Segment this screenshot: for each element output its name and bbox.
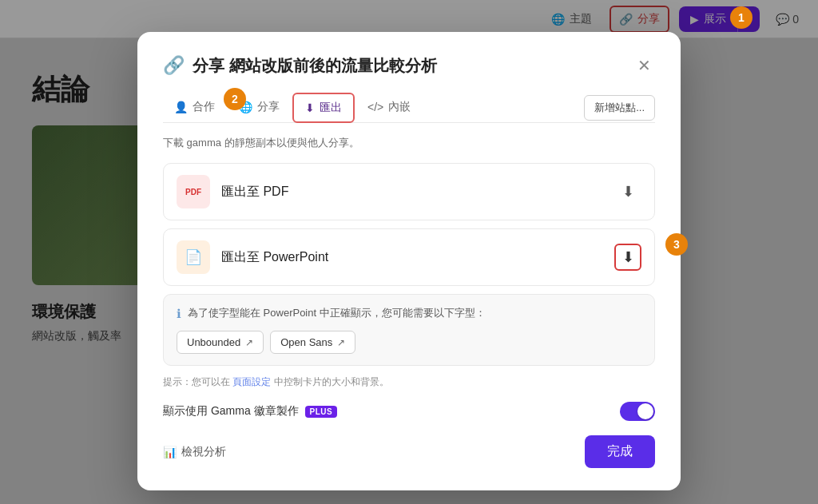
collaborate-icon: 👤 bbox=[174, 101, 188, 113]
font-info-text: 為了使字型能在 PowerPoint 中正確顯示，您可能需要以下字型： bbox=[188, 306, 486, 320]
tab-export[interactable]: ⬇ 匯出 bbox=[292, 93, 355, 123]
export-ppt-option[interactable]: 📄 匯出至 PowerPoint ⬇ bbox=[163, 228, 655, 286]
ppt-icon: 📄 bbox=[177, 240, 210, 274]
export-ppt-left: 📄 匯出至 PowerPoint bbox=[177, 240, 328, 274]
modal-footer: 📊 檢視分析 完成 bbox=[163, 435, 655, 468]
indicator-1: 1 bbox=[730, 6, 752, 29]
export-pdf-left: PDF 匯出至 PDF bbox=[177, 175, 288, 208]
indicator-1-label: 1 bbox=[738, 11, 745, 24]
gamma-badge-row: 顯示使用 Gamma 徽章製作 PLUS bbox=[163, 402, 655, 421]
modal-close-button[interactable]: ✕ bbox=[633, 54, 655, 77]
embed-icon: </> bbox=[367, 101, 383, 113]
add-site-button[interactable]: 新增站點... bbox=[584, 95, 655, 121]
modal-title-wrap: 🔗 分享 網站改版前後的流量比較分析 bbox=[163, 55, 437, 77]
external-link-icon-opensans: ↗ bbox=[337, 337, 345, 348]
gamma-badge-left: 顯示使用 Gamma 徽章製作 PLUS bbox=[163, 404, 337, 419]
analytics-icon: 📊 bbox=[163, 446, 177, 458]
analytics-label: 檢視分析 bbox=[181, 445, 226, 459]
toggle-knob bbox=[637, 403, 653, 419]
hint-text: 提示：您可以在 bbox=[163, 376, 230, 387]
export-icon: ⬇ bbox=[305, 101, 315, 114]
gamma-badge-toggle[interactable] bbox=[620, 402, 655, 421]
modal-header: 🔗 分享 網站改版前後的流量比較分析 ✕ bbox=[163, 54, 655, 77]
font-opensans-label: Open Sans bbox=[280, 336, 332, 348]
info-icon: ℹ bbox=[177, 307, 181, 321]
indicator-2: 2 bbox=[224, 88, 246, 110]
share-modal: 🔗 分享 網站改版前後的流量比較分析 ✕ 👤 合作 🌐 分享 ⬇ 匯出 </> … bbox=[137, 32, 681, 490]
font-info-header: ℹ 為了使字型能在 PowerPoint 中正確顯示，您可能需要以下字型： bbox=[177, 306, 641, 321]
hint-text-after: 中控制卡片的大小和背景。 bbox=[274, 376, 389, 387]
tab-embed[interactable]: </> 內嵌 bbox=[356, 93, 422, 122]
gamma-badge-label: 顯示使用 Gamma 徽章製作 bbox=[163, 404, 299, 419]
tabs-left: 👤 合作 🌐 分享 ⬇ 匯出 </> 內嵌 bbox=[163, 93, 422, 122]
indicator-3-label: 3 bbox=[673, 238, 680, 251]
modal-description: 下載 gamma 的靜態副本以便與他人分享。 bbox=[163, 136, 655, 150]
tab-share-label: 分享 bbox=[257, 100, 280, 114]
tab-collaborate[interactable]: 👤 合作 bbox=[163, 93, 226, 122]
done-button[interactable]: 完成 bbox=[585, 435, 655, 468]
modal-title-icon: 🔗 bbox=[163, 55, 185, 76]
font-chip-opensans[interactable]: Open Sans ↗ bbox=[270, 331, 355, 354]
font-info-box: ℹ 為了使字型能在 PowerPoint 中正確顯示，您可能需要以下字型： Un… bbox=[163, 294, 655, 366]
modal-hint: 提示：您可以在 頁面設定 中控制卡片的大小和背景。 bbox=[163, 375, 655, 389]
modal-title: 分享 網站改版前後的流量比較分析 bbox=[193, 55, 437, 77]
tab-collaborate-label: 合作 bbox=[193, 100, 215, 114]
font-chips: Unbounded ↗ Open Sans ↗ bbox=[177, 331, 641, 354]
download-ppt-button[interactable]: ⬇ bbox=[614, 244, 641, 271]
font-chip-unbounded[interactable]: Unbounded ↗ bbox=[177, 331, 264, 354]
export-pdf-option[interactable]: PDF 匯出至 PDF ⬇ bbox=[163, 163, 655, 220]
export-ppt-label: 匯出至 PowerPoint bbox=[221, 249, 328, 266]
page-settings-link[interactable]: 頁面設定 bbox=[232, 376, 271, 387]
font-unbounded-label: Unbounded bbox=[187, 336, 240, 348]
plus-badge: PLUS bbox=[305, 406, 338, 418]
indicator-2-label: 2 bbox=[232, 93, 238, 105]
indicator-3: 3 bbox=[665, 233, 688, 256]
external-link-icon-unbounded: ↗ bbox=[245, 337, 253, 348]
pdf-icon: PDF bbox=[177, 175, 210, 208]
export-pdf-label: 匯出至 PDF bbox=[221, 184, 288, 200]
analytics-button[interactable]: 📊 檢視分析 bbox=[163, 445, 226, 459]
tab-export-label: 匯出 bbox=[320, 101, 342, 115]
tab-embed-label: 內嵌 bbox=[388, 100, 411, 114]
download-pdf-button[interactable]: ⬇ bbox=[614, 178, 641, 205]
